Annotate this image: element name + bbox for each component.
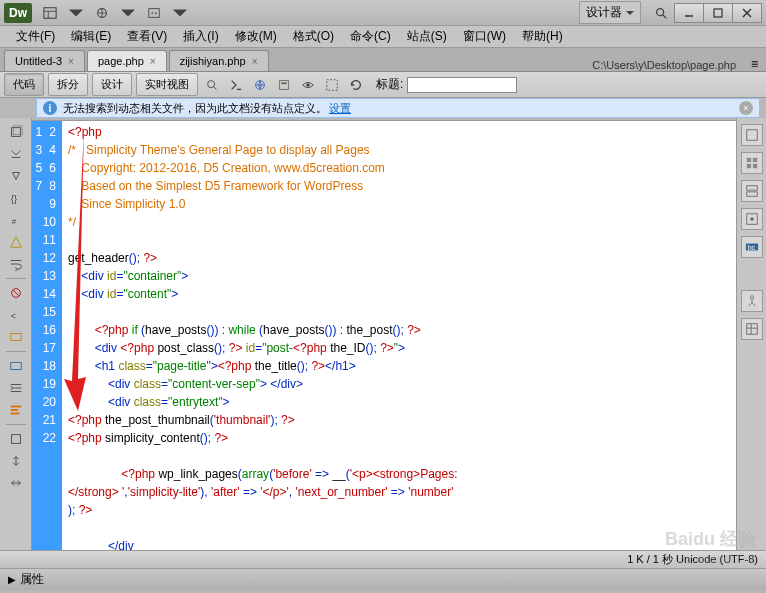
menu-window[interactable]: 窗口(W)	[455, 25, 514, 48]
menu-modify[interactable]: 修改(M)	[227, 25, 285, 48]
status-bar: 1 K / 1 秒 Unicode (UTF-8)	[0, 550, 766, 568]
svg-line-48	[748, 303, 752, 307]
syntax-error-icon[interactable]	[4, 283, 28, 303]
format-code-icon[interactable]	[4, 400, 28, 420]
code-content[interactable]: <?php /* Simplicity Theme's General Page…	[62, 121, 736, 550]
panel-frames-icon[interactable]	[741, 318, 763, 340]
split-view-button[interactable]: 拆分	[48, 73, 88, 96]
panel-files-icon[interactable]	[741, 208, 763, 230]
info-settings-link[interactable]: 设置	[329, 101, 351, 116]
coding-toolbar: {} # <	[0, 118, 32, 550]
tab-label: Untitled-3	[15, 55, 62, 67]
property-panel[interactable]: ▶ 属性	[0, 568, 766, 590]
menubar: 文件(F) 编辑(E) 查看(V) 插入(I) 修改(M) 格式(O) 命令(C…	[0, 26, 766, 48]
svg-line-27	[13, 290, 18, 295]
right-panel: bc	[736, 118, 766, 550]
file-mgmt-icon[interactable]	[274, 75, 294, 95]
title-input[interactable]	[407, 77, 517, 93]
menu-file[interactable]: 文件(F)	[8, 25, 63, 48]
document-tabs: Untitled-3 × page.php × zijishiyan.php ×…	[0, 48, 766, 72]
extend-icon[interactable]	[142, 3, 166, 23]
info-close-button[interactable]: ×	[739, 101, 753, 115]
recent-snippets-icon[interactable]	[4, 429, 28, 449]
snippets-icon[interactable]	[4, 327, 28, 347]
titlebar: Dw 设计器	[0, 0, 766, 26]
browser-nav-icon[interactable]	[250, 75, 270, 95]
property-label: 属性	[20, 571, 44, 588]
move-css-icon[interactable]	[4, 356, 28, 376]
menu-insert[interactable]: 插入(I)	[175, 25, 226, 48]
panel-bc-icon[interactable]: bc	[741, 236, 763, 258]
tab-overflow-icon[interactable]: ≡	[751, 57, 758, 71]
expand-all-icon[interactable]	[4, 473, 28, 493]
svg-text:{}: {}	[10, 193, 17, 204]
close-icon[interactable]: ×	[150, 56, 156, 67]
close-button[interactable]	[732, 3, 762, 23]
svg-point-20	[306, 83, 310, 87]
indent-icon[interactable]	[4, 378, 28, 398]
dropdown-icon[interactable]	[168, 3, 192, 23]
panel-assets-icon[interactable]	[741, 290, 763, 312]
svg-rect-0	[44, 7, 56, 18]
svg-point-9	[657, 8, 664, 15]
design-view-button[interactable]: 设计	[92, 73, 132, 96]
workspace-dropdown[interactable]: 设计器	[579, 1, 641, 24]
select-parent-icon[interactable]	[4, 166, 28, 186]
collapse-selection-icon[interactable]	[4, 451, 28, 471]
word-wrap-icon[interactable]	[4, 254, 28, 274]
work-area: {} # < 1 2 3 4 5 6 7 8 9 10 11 12 13 14 …	[0, 118, 766, 550]
panel-css-icon[interactable]	[741, 124, 763, 146]
menu-command[interactable]: 命令(C)	[342, 25, 399, 48]
tab-untitled[interactable]: Untitled-3 ×	[4, 50, 85, 71]
tab-zijishiyan[interactable]: zijishiyan.php ×	[169, 50, 269, 71]
svg-text:<: <	[10, 311, 15, 321]
preview-icon[interactable]	[298, 75, 318, 95]
menu-format[interactable]: 格式(O)	[285, 25, 342, 48]
panel-ap-icon[interactable]	[741, 180, 763, 202]
dropdown-icon[interactable]	[116, 3, 140, 23]
svg-rect-35	[746, 130, 757, 141]
tab-page-php[interactable]: page.php ×	[87, 50, 167, 71]
svg-text:bc: bc	[747, 244, 755, 251]
expand-icon: ▶	[8, 574, 16, 585]
svg-point-7	[151, 12, 153, 14]
close-icon[interactable]: ×	[68, 56, 74, 67]
highlight-invalid-icon[interactable]	[4, 232, 28, 252]
app-menu-icon[interactable]	[90, 3, 114, 23]
svg-rect-32	[10, 409, 17, 411]
svg-point-46	[750, 296, 754, 300]
info-bar: i 无法搜索到动态相关文件，因为此文档没有站点定义。 设置 ×	[36, 98, 760, 118]
panel-insert-icon[interactable]	[741, 152, 763, 174]
search-icon[interactable]	[649, 3, 673, 23]
code-editor[interactable]: 1 2 3 4 5 6 7 8 9 10 11 12 13 14 15 16 1…	[32, 120, 736, 550]
svg-rect-36	[746, 158, 750, 162]
close-icon[interactable]: ×	[252, 56, 258, 67]
maximize-button[interactable]	[703, 3, 733, 23]
svg-point-15	[208, 80, 215, 87]
inspect-icon[interactable]	[202, 75, 222, 95]
menu-edit[interactable]: 编辑(E)	[63, 25, 119, 48]
minimize-button[interactable]	[674, 3, 704, 23]
refresh-icon[interactable]	[346, 75, 366, 95]
svg-rect-30	[10, 363, 21, 370]
svg-text:#: #	[11, 217, 16, 226]
live-view-button[interactable]: 实时视图	[136, 73, 198, 96]
open-docs-icon[interactable]	[4, 122, 28, 142]
balance-braces-icon[interactable]: {}	[4, 188, 28, 208]
live-code-icon[interactable]	[226, 75, 246, 95]
apply-comment-icon[interactable]: <	[4, 305, 28, 325]
dropdown-icon[interactable]	[64, 3, 88, 23]
menu-help[interactable]: 帮助(H)	[514, 25, 571, 48]
collapse-full-icon[interactable]	[4, 144, 28, 164]
visual-aids-icon[interactable]	[322, 75, 342, 95]
layout-icon[interactable]	[38, 3, 62, 23]
svg-rect-38	[746, 164, 750, 168]
svg-rect-37	[752, 158, 756, 162]
menu-site[interactable]: 站点(S)	[399, 25, 455, 48]
menu-view[interactable]: 查看(V)	[119, 25, 175, 48]
svg-rect-31	[10, 406, 21, 408]
code-view-button[interactable]: 代码	[4, 73, 44, 96]
line-numbers-icon[interactable]: #	[4, 210, 28, 230]
svg-rect-34	[11, 435, 20, 444]
document-toolbar: 代码 拆分 设计 实时视图 标题:	[0, 72, 766, 98]
